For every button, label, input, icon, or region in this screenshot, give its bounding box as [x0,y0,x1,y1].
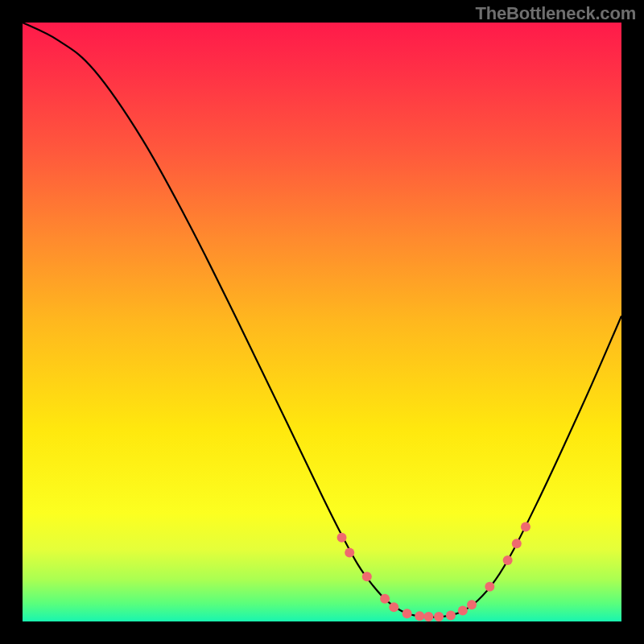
data-marker [423,612,433,621]
data-marker [467,600,477,609]
data-marker [362,572,372,581]
data-marker [458,606,468,616]
data-marker [389,602,398,612]
chart-svg [23,23,621,621]
watermark-text: TheBottleneck.com [475,3,636,24]
data-marker [485,582,494,592]
data-marker [521,522,530,531]
data-marker [512,539,522,548]
curve-layer [23,23,621,617]
chart-container: TheBottleneck.com [0,0,644,644]
data-marker [415,611,424,621]
plot-area [23,23,621,621]
bottleneck-curve [23,23,621,617]
data-marker [446,611,456,621]
data-marker [402,609,412,618]
data-marker [345,547,354,557]
data-marker [337,533,347,543]
data-marker [380,594,390,604]
data-marker [503,555,513,565]
data-marker [434,612,444,621]
